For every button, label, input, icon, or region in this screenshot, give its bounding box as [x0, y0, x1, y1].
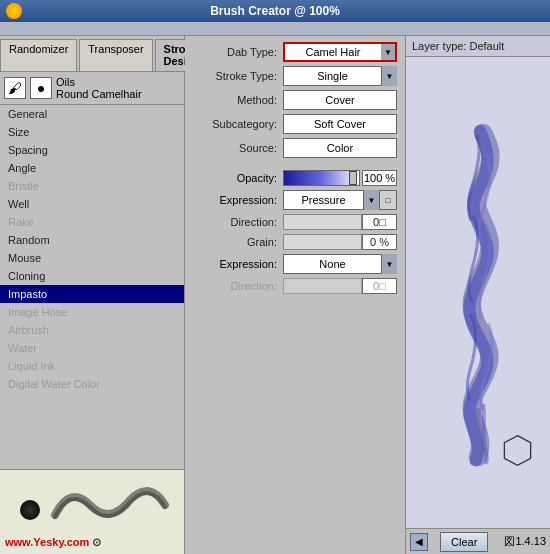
source-value[interactable]: Color: [283, 138, 397, 158]
canvas-preview: [406, 57, 550, 528]
watermark: www.Yesky.com ⊙: [5, 536, 101, 549]
expression1-label: Expression:: [193, 194, 283, 206]
expression1-dropdown: Pressure ▼ □: [283, 190, 397, 210]
direction2-row: Direction: 0□: [193, 278, 397, 294]
opacity-slider[interactable]: [283, 170, 360, 186]
opacity-slider-container: 100 %: [283, 170, 397, 186]
direction1-value: 0□: [362, 214, 397, 230]
subcategory-label: Subcategory:: [193, 118, 283, 130]
dab-type-arrow[interactable]: ▼: [381, 42, 397, 62]
expression2-label: Expression:: [193, 258, 283, 270]
title-bar: Brush Creator @ 100%: [0, 0, 550, 22]
opacity-thumb[interactable]: [349, 171, 357, 185]
expression1-row: Expression: Pressure ▼ □: [193, 190, 397, 210]
scrollbar[interactable]: [0, 22, 550, 36]
sidebar-item-bristle: Bristle: [0, 177, 184, 195]
method-row: Method: Cover: [193, 90, 397, 110]
brush-icon-1[interactable]: 🖌: [4, 77, 26, 99]
brush-icon-2[interactable]: ●: [30, 77, 52, 99]
direction2-slider: [283, 278, 362, 294]
opacity-value: 100 %: [362, 170, 397, 186]
main-container: Randomizer Transposer Stroke Designer 🖌 …: [0, 36, 550, 554]
expression1-arrow[interactable]: ▼: [363, 190, 379, 210]
sidebar-item-cloning[interactable]: Cloning: [0, 267, 184, 285]
sidebar-item-rake: Rake: [0, 213, 184, 231]
brush-names: Oils Round Camelhair: [56, 76, 142, 100]
direction1-label: Direction:: [193, 216, 283, 228]
app-icon: [6, 3, 22, 19]
nav-left-arrow[interactable]: ◀: [410, 533, 428, 551]
sidebar-item-liquid-ink: Liquid Ink: [0, 357, 184, 375]
source-label: Source:: [193, 142, 283, 154]
preview-stroke-svg: [50, 475, 170, 535]
grain-value: 0 %: [362, 234, 397, 250]
sidebar-item-spacing[interactable]: Spacing: [0, 141, 184, 159]
tab-randomizer[interactable]: Randomizer: [0, 39, 77, 71]
canvas-bottom-bar: ◀ Clear 図1.4.13: [406, 528, 550, 554]
stroke-type-label: Stroke Type:: [193, 70, 283, 82]
subcategory-row: Subcategory: Soft Cover: [193, 114, 397, 134]
expression1-btn[interactable]: □: [379, 190, 397, 210]
brush-name: Round Camelhair: [56, 88, 142, 100]
direction1-slider[interactable]: [283, 214, 362, 230]
sidebar-item-water: Water: [0, 339, 184, 357]
left-panel: Randomizer Transposer Stroke Designer 🖌 …: [0, 36, 185, 554]
stroke-type-arrow[interactable]: ▼: [381, 66, 397, 86]
window-title: Brush Creator @ 100%: [210, 4, 340, 18]
sidebar-item-impasto[interactable]: Impasto: [0, 285, 184, 303]
direction2-label: Direction:: [193, 280, 283, 292]
clear-button[interactable]: Clear: [440, 532, 488, 552]
opacity-label: Opacity:: [193, 172, 283, 184]
expression1-value[interactable]: Pressure: [283, 190, 363, 210]
hexagon-icon: [500, 433, 535, 468]
dab-type-label: Dab Type:: [193, 46, 283, 58]
svg-marker-0: [504, 436, 530, 466]
version-info: 図1.4.13: [504, 534, 546, 549]
dab-type-value[interactable]: Camel Hair: [283, 42, 381, 62]
sidebar-item-size[interactable]: Size: [0, 123, 184, 141]
sidebar-item-image-hose: Image Hose: [0, 303, 184, 321]
tabs-bar: Randomizer Transposer Stroke Designer: [0, 36, 184, 72]
stroke-type-control: Single ▼: [283, 66, 397, 86]
layer-type-label: Layer type: Default: [406, 36, 550, 57]
controls-area: Dab Type: Camel Hair ▼ Stroke Type: Sing…: [185, 36, 405, 554]
subcategory-value[interactable]: Soft Cover: [283, 114, 397, 134]
method-value[interactable]: Cover: [283, 90, 397, 110]
canvas-area: Layer type: Default: [405, 36, 550, 554]
dab-type-row: Dab Type: Camel Hair ▼: [193, 42, 397, 62]
expression2-dropdown: None ▼: [283, 254, 397, 274]
sidebar-item-well[interactable]: Well: [0, 195, 184, 213]
sidebar-item-general[interactable]: General: [0, 105, 184, 123]
direction2-value: 0□: [362, 278, 397, 294]
brush-preview-area: www.Yesky.com ⊙: [0, 469, 184, 554]
expression2-arrow[interactable]: ▼: [381, 254, 397, 274]
expression2-value[interactable]: None: [283, 254, 381, 274]
grain-slider[interactable]: [283, 234, 362, 250]
brush-category: Oils: [56, 76, 142, 88]
sidebar-item-digital-water-color: Digital Water Color: [0, 375, 184, 393]
preview-dot: [20, 500, 40, 520]
method-label: Method:: [193, 94, 283, 106]
expression2-row: Expression: None ▼: [193, 254, 397, 274]
tab-transposer[interactable]: Transposer: [79, 39, 152, 71]
grain-row: Grain: 0 %: [193, 234, 397, 250]
settings-list: General Size Spacing Angle Bristle Well …: [0, 105, 184, 469]
sidebar-item-mouse[interactable]: Mouse: [0, 249, 184, 267]
stroke-type-value[interactable]: Single: [283, 66, 381, 86]
direction1-row: Direction: 0□: [193, 214, 397, 230]
sidebar-item-random[interactable]: Random: [0, 231, 184, 249]
sidebar-item-angle[interactable]: Angle: [0, 159, 184, 177]
grain-label: Grain:: [193, 236, 283, 248]
dab-type-control: Camel Hair ▼: [283, 42, 397, 62]
right-area: Dab Type: Camel Hair ▼ Stroke Type: Sing…: [185, 36, 550, 554]
opacity-row: Opacity: 100 %: [193, 170, 397, 186]
stroke-type-row: Stroke Type: Single ▼: [193, 66, 397, 86]
sidebar-item-airbrush: Airbrush: [0, 321, 184, 339]
brush-selector: 🖌 ● Oils Round Camelhair: [0, 72, 184, 105]
source-row: Source: Color: [193, 138, 397, 158]
